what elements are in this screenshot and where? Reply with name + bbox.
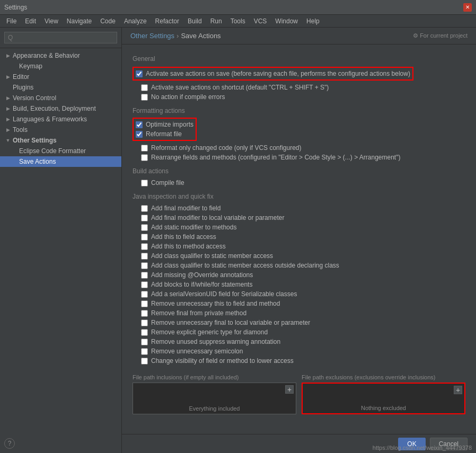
checkbox-java-add-blocks[interactable]: Add blocks to if/while/for statements bbox=[133, 280, 465, 289]
checkbox-activate-on-shortcut[interactable]: Activate save actions on shortcut (defau… bbox=[133, 83, 465, 92]
checkbox-java-remove-unnecessary-semicolon[interactable]: Remove unnecessary semicolon bbox=[133, 347, 465, 356]
checkbox-java-add-missing-override[interactable]: Add missing @Override annotations bbox=[133, 270, 465, 280]
checkbox-java-remove-explicit-generic-input[interactable] bbox=[141, 329, 148, 336]
menu-help[interactable]: Help bbox=[302, 16, 324, 26]
sidebar-item-appearance[interactable]: ▶ Appearance & Behavior bbox=[0, 50, 121, 61]
menu-edit[interactable]: Edit bbox=[21, 16, 40, 26]
search-input[interactable] bbox=[4, 32, 117, 43]
checkbox-no-action-compile[interactable]: No action if compile errors bbox=[133, 92, 465, 102]
sidebar-item-keymap[interactable]: Keymap bbox=[0, 61, 121, 72]
checkbox-java-add-serial[interactable]: Add a serialVersionUID field for Seriali… bbox=[133, 289, 465, 299]
menu-refactor[interactable]: Refactor bbox=[151, 16, 183, 26]
checkbox-no-action-compile-input[interactable] bbox=[141, 94, 148, 101]
checkbox-java-change-visibility[interactable]: Change visibility of field or method to … bbox=[133, 356, 465, 366]
checkbox-java-add-blocks-input[interactable] bbox=[141, 281, 148, 288]
checkbox-reformat-changed-input[interactable] bbox=[141, 145, 148, 152]
breadcrumb-other-settings[interactable]: Other Settings bbox=[130, 32, 174, 40]
breadcrumb-save-actions: Save Actions bbox=[181, 32, 221, 40]
checkbox-compile-file-label: Compile file bbox=[151, 179, 184, 186]
sidebar-item-eclipse-code-formatter[interactable]: Eclipse Code Formatter bbox=[0, 146, 121, 156]
menu-file[interactable]: File bbox=[2, 16, 21, 26]
menu-window[interactable]: Window bbox=[271, 16, 302, 26]
sidebar-item-other-settings[interactable]: ▼ Other Settings bbox=[0, 135, 121, 146]
checkbox-java-add-blocks-label: Add blocks to if/while/for statements bbox=[151, 281, 252, 288]
checkbox-java-add-serial-input[interactable] bbox=[141, 291, 148, 298]
checkbox-java-add-this-method-input[interactable] bbox=[141, 243, 148, 250]
checkbox-java-remove-explicit-generic[interactable]: Remove explicit generic type for diamond bbox=[133, 327, 465, 337]
help-icon[interactable]: ? bbox=[4, 438, 15, 449]
checkbox-rearrange-input[interactable] bbox=[141, 154, 148, 161]
chevron-right-icon: ▶ bbox=[4, 52, 12, 59]
sidebar-item-version-control[interactable]: ▶ Version Control bbox=[0, 93, 121, 103]
content-area: Other Settings › Save Actions ⚙ For curr… bbox=[122, 28, 476, 453]
checkbox-java-add-missing-override-input[interactable] bbox=[141, 272, 148, 279]
checkbox-java-remove-unnecessary-final-input[interactable] bbox=[141, 319, 148, 326]
checkbox-rearrange[interactable]: Rearrange fields and methods (configured… bbox=[133, 153, 465, 162]
sidebar-item-plugins[interactable]: Plugins bbox=[0, 82, 121, 93]
exclusions-footer: Nothing excluded bbox=[303, 403, 464, 413]
checkbox-reformat-file[interactable]: Reformat file bbox=[136, 129, 193, 139]
sidebar-item-build[interactable]: ▶ Build, Execution, Deployment bbox=[0, 103, 121, 114]
checkbox-java-add-this-field-input[interactable] bbox=[141, 234, 148, 241]
sidebar-item-tools[interactable]: ▶ Tools bbox=[0, 125, 121, 135]
checkbox-java-add-this-method[interactable]: Add this to method access bbox=[133, 242, 465, 251]
chevron-right-icon: ▶ bbox=[4, 126, 12, 134]
highlight-formatting: Optimize imports Reformat file bbox=[133, 118, 197, 141]
inclusions-add-button[interactable]: + bbox=[285, 385, 294, 394]
checkbox-java-remove-unused-suppress[interactable]: Remove unused suppress warning annotatio… bbox=[133, 337, 465, 347]
checkbox-java-remove-unused-suppress-input[interactable] bbox=[141, 339, 148, 345]
checkbox-java-remove-unnecessary-this-input[interactable] bbox=[141, 300, 148, 307]
checkbox-activate-on-save-input[interactable] bbox=[136, 70, 143, 77]
checkbox-java-add-static-method-input[interactable] bbox=[141, 224, 148, 231]
for-project-label[interactable]: ⚙ For current project bbox=[413, 32, 468, 39]
checkbox-reformat-file-input[interactable] bbox=[136, 131, 143, 138]
sidebar-item-languages[interactable]: ▶ Languages & Frameworks bbox=[0, 114, 121, 125]
checkbox-java-add-class-qualifier-outside-label: Add class qualifier to static member acc… bbox=[151, 262, 339, 269]
checkbox-java-remove-unnecessary-semicolon-label: Remove unnecessary semicolon bbox=[151, 348, 243, 355]
checkbox-java-add-static-method[interactable]: Add static modifier to methods bbox=[133, 223, 465, 232]
checkbox-java-add-class-qualifier-outside-input[interactable] bbox=[141, 262, 148, 269]
menu-run[interactable]: Run bbox=[206, 16, 226, 26]
checkbox-java-remove-final-private-label: Remove final from private method bbox=[151, 309, 246, 317]
checkbox-java-add-class-qualifier-outside[interactable]: Add class qualifier to static member acc… bbox=[133, 261, 465, 270]
checkbox-java-add-class-qualifier-static[interactable]: Add class qualifier to static member acc… bbox=[133, 251, 465, 261]
checkbox-java-remove-unnecessary-this[interactable]: Remove unnecessary this to field and met… bbox=[133, 299, 465, 308]
sidebar-item-label: Keymap bbox=[19, 63, 42, 70]
checkbox-java-change-visibility-input[interactable] bbox=[141, 358, 148, 365]
checkbox-reformat-file-label: Reformat file bbox=[146, 130, 182, 138]
menu-code[interactable]: Code bbox=[96, 16, 120, 26]
checkbox-java-add-final-field[interactable]: Add final modifier to field bbox=[133, 203, 465, 213]
menu-tools[interactable]: Tools bbox=[226, 16, 250, 26]
build-section-label: Build actions bbox=[133, 167, 465, 175]
menu-build[interactable]: Build bbox=[183, 16, 206, 26]
menu-analyze[interactable]: Analyze bbox=[120, 16, 151, 26]
menu-navigate[interactable]: Navigate bbox=[63, 16, 96, 26]
checkbox-activate-on-save[interactable]: Activate save actions on save (before sa… bbox=[136, 69, 410, 78]
checkbox-optimize-imports-label: Optimize imports bbox=[146, 121, 193, 128]
checkbox-java-remove-final-private-input[interactable] bbox=[141, 310, 148, 317]
checkbox-java-add-final-field-input[interactable] bbox=[141, 205, 148, 212]
checkbox-optimize-imports[interactable]: Optimize imports bbox=[136, 120, 193, 129]
chevron-down-icon: ▼ bbox=[4, 137, 12, 144]
checkbox-java-remove-final-private[interactable]: Remove final from private method bbox=[133, 308, 465, 318]
chevron-right-icon: ▶ bbox=[4, 73, 12, 81]
checkbox-reformat-changed[interactable]: Reformat only changed code (only if VCS … bbox=[133, 143, 465, 153]
checkbox-compile-file[interactable]: Compile file bbox=[133, 178, 465, 188]
checkbox-java-add-class-qualifier-static-input[interactable] bbox=[141, 253, 148, 260]
checkbox-compile-file-input[interactable] bbox=[141, 180, 148, 186]
sidebar-item-save-actions[interactable]: Save Actions bbox=[0, 156, 121, 167]
checkbox-activate-on-shortcut-input[interactable] bbox=[141, 84, 148, 91]
close-button[interactable]: ✕ bbox=[463, 3, 472, 12]
checkbox-java-add-final-local[interactable]: Add final modifier to local variable or … bbox=[133, 213, 465, 223]
checkbox-java-remove-unnecessary-final[interactable]: Remove unnecessary final to local variab… bbox=[133, 318, 465, 327]
sidebar-item-editor[interactable]: ▶ Editor bbox=[0, 72, 121, 82]
menu-vcs[interactable]: VCS bbox=[250, 16, 271, 26]
exclusions-add-button[interactable]: + bbox=[454, 386, 462, 394]
menu-view[interactable]: View bbox=[40, 16, 63, 26]
checkbox-java-add-serial-label: Add a serialVersionUID field for Seriali… bbox=[151, 290, 297, 298]
checkbox-java-add-this-field[interactable]: Add this to field access bbox=[133, 232, 465, 242]
checkbox-java-add-final-local-input[interactable] bbox=[141, 215, 148, 221]
checkbox-java-remove-unnecessary-semicolon-input[interactable] bbox=[141, 348, 148, 355]
checkbox-optimize-imports-input[interactable] bbox=[136, 121, 143, 128]
checkbox-java-remove-explicit-generic-label: Remove explicit generic type for diamond bbox=[151, 328, 268, 336]
